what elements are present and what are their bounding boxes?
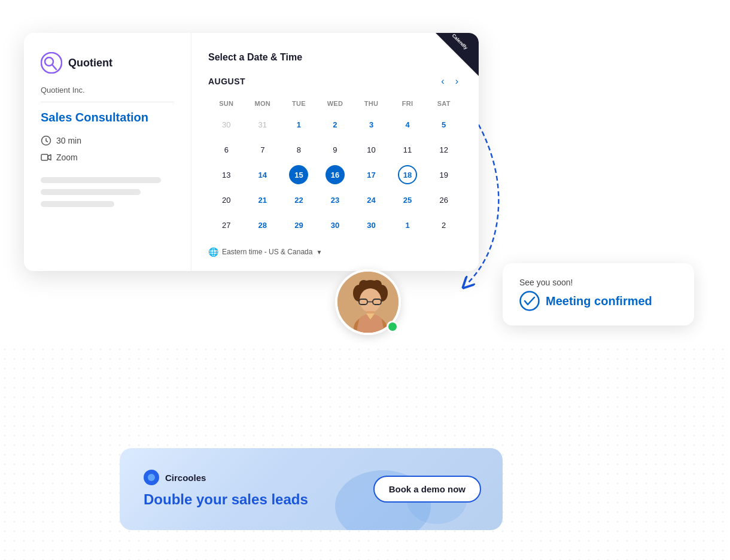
cta-headline: Double your sales leads [144, 491, 308, 509]
day-cell: 11 [390, 137, 426, 162]
confirmed-card: See you soon! Meeting confirmed [503, 263, 694, 325]
skeleton-2 [41, 189, 141, 195]
event-title: Sales Consultation [41, 111, 174, 124]
see-you-soon-text: See you soon! [519, 278, 677, 287]
day-cell[interactable]: 14 [245, 162, 281, 187]
month-nav: AUGUST ‹ › [208, 75, 462, 88]
table-row: 20 21 22 23 24 25 26 [208, 187, 462, 212]
col-tue: TUE [281, 98, 317, 112]
day-cell[interactable]: 25 [390, 187, 426, 212]
day-cell: 26 [425, 187, 462, 212]
svg-point-10 [372, 280, 382, 290]
day-cell[interactable]: 2 [317, 112, 354, 137]
day-cell: 30 [208, 112, 245, 137]
globe-icon: 🌐 [208, 247, 218, 257]
brand-row: Quotient [41, 52, 174, 74]
svg-point-9 [359, 280, 369, 290]
day-cell[interactable]: 21 [245, 187, 281, 212]
svg-line-2 [52, 65, 56, 69]
day-cell[interactable]: 29 [281, 212, 317, 238]
day-cell[interactable]: 1 [390, 212, 426, 238]
day-cell: 6 [208, 137, 245, 162]
timezone-text: Eastern time - US & Canada [222, 248, 312, 256]
next-month-button[interactable]: › [452, 75, 462, 88]
skeleton-1 [41, 177, 161, 183]
day-cell[interactable]: 17 [353, 162, 390, 187]
col-thu: THU [353, 98, 390, 112]
day-16-cell[interactable]: 16 [317, 162, 354, 187]
duration-text: 30 min [56, 136, 81, 145]
book-demo-button[interactable]: Book a demo now [373, 476, 481, 503]
platform-row: Zoom [41, 152, 174, 163]
day-cell: 12 [425, 137, 462, 162]
day-cell: 8 [281, 137, 317, 162]
divider [41, 102, 174, 102]
prev-month-button[interactable]: ‹ [437, 75, 448, 88]
col-wed: WED [317, 98, 354, 112]
duration-row: 30 min [41, 135, 174, 146]
confirmed-row: Meeting confirmed [519, 291, 677, 311]
day-cell[interactable]: 30 [317, 212, 354, 238]
brand-name: Quotient [68, 57, 112, 69]
table-row: 6 7 8 9 10 11 12 [208, 137, 462, 162]
day-cell: 19 [425, 162, 462, 187]
svg-point-17 [521, 292, 539, 311]
check-circle-icon [519, 291, 540, 311]
day-cell[interactable]: 23 [317, 187, 354, 212]
col-sun: SUN [208, 98, 245, 112]
timezone-caret: ▼ [316, 249, 322, 255]
svg-point-11 [360, 288, 381, 312]
company-name: Quotient Inc. [41, 86, 174, 95]
cta-card: Circooles Double your sales leads Book a… [120, 448, 503, 530]
day-cell: 10 [353, 137, 390, 162]
day-cell: 2 [425, 212, 462, 238]
scene: Calendly Quotient Quotient Inc. Sales Co… [0, 0, 730, 560]
cta-brand-dot-inner [148, 474, 155, 481]
day-18-cell[interactable]: 18 [390, 162, 426, 187]
calendar-header: Select a Date & Time [208, 52, 462, 63]
day-cell: 7 [245, 137, 281, 162]
svg-rect-4 [41, 154, 48, 160]
cta-left: Circooles Double your sales leads [144, 470, 308, 509]
day-cell[interactable]: 4 [390, 112, 426, 137]
table-row: 13 14 15 16 17 18 19 [208, 162, 462, 187]
day-cell[interactable]: 5 [425, 112, 462, 137]
cta-brand-dot [144, 470, 159, 485]
table-row: 27 28 29 30 30 1 2 [208, 212, 462, 238]
col-mon: MON [245, 98, 281, 112]
calendar-grid: SUN MON TUE WED THU FRI SAT 30 31 1 2 [208, 98, 462, 238]
cta-brand-name: Circooles [165, 473, 206, 483]
timezone-row[interactable]: 🌐 Eastern time - US & Canada ▼ [208, 247, 462, 257]
month-label: AUGUST [208, 77, 245, 86]
day-cell: 20 [208, 187, 245, 212]
avatar-container [335, 269, 401, 335]
platform-text: Zoom [56, 153, 78, 162]
day-cell: 27 [208, 212, 245, 238]
day-cell[interactable]: 1 [281, 112, 317, 137]
day-cell: 9 [317, 137, 354, 162]
zoom-icon [41, 152, 51, 163]
day-cell[interactable]: 22 [281, 187, 317, 212]
day-cell[interactable]: 30 [353, 212, 390, 238]
online-indicator [387, 321, 399, 333]
confirmed-text: Meeting confirmed [546, 294, 652, 308]
cta-brand-row: Circooles [144, 470, 308, 485]
calendly-card: Calendly Quotient Quotient Inc. Sales Co… [24, 33, 479, 271]
day-15-cell[interactable]: 15 [281, 162, 317, 187]
right-panel: Select a Date & Time AUGUST ‹ › SUN MON … [191, 33, 479, 271]
left-panel: Quotient Quotient Inc. Sales Consultatio… [24, 33, 191, 271]
skeleton-3 [41, 201, 114, 207]
table-row: 30 31 1 2 3 4 5 [208, 112, 462, 137]
day-cell: 31 [245, 112, 281, 137]
day-cell: 13 [208, 162, 245, 187]
clock-icon [41, 135, 51, 146]
col-fri: FRI [390, 98, 426, 112]
day-cell[interactable]: 28 [245, 212, 281, 238]
quotient-logo [41, 52, 62, 74]
day-cell[interactable]: 3 [353, 112, 390, 137]
col-sat: SAT [425, 98, 462, 112]
skeleton-lines [41, 177, 174, 207]
day-cell[interactable]: 24 [353, 187, 390, 212]
